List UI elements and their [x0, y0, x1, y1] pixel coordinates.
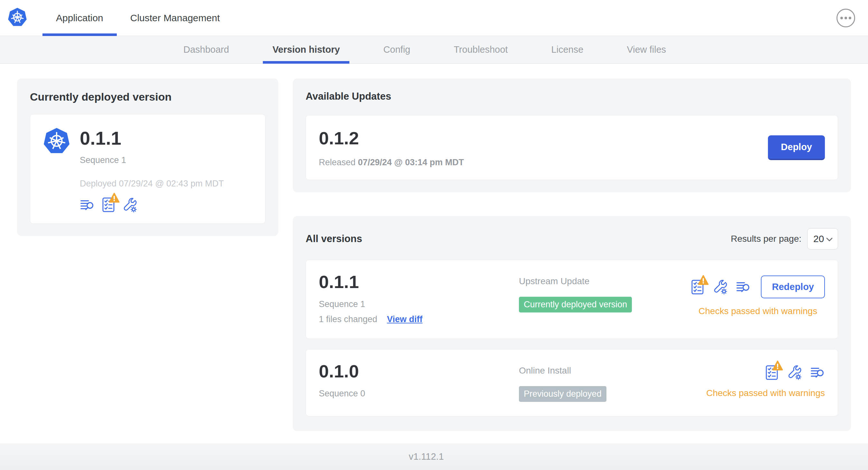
- tab-config-label: Config: [383, 44, 410, 55]
- preflight-checklist-icon[interactable]: [691, 279, 704, 295]
- current-version-number: 0.1.1: [80, 129, 224, 148]
- ellipsis-menu-icon[interactable]: [836, 9, 855, 27]
- results-per-page-select[interactable]: 20: [807, 228, 838, 249]
- checks-status-text: Checks passed with warnings: [699, 306, 817, 316]
- tab-version-history-label: Version history: [273, 44, 340, 55]
- version-row-0-1-0: 0.1.0 Sequence 0 Online Install Previous…: [306, 349, 838, 416]
- currently-deployed-badge: Currently deployed version: [519, 297, 632, 312]
- tab-license[interactable]: License: [541, 36, 593, 63]
- available-updates-title: Available Updates: [306, 91, 838, 102]
- version-row-0-1-1: 0.1.1 Sequence 1 1 files changed View di…: [306, 260, 838, 339]
- row-version-number: 0.1.0: [319, 362, 499, 380]
- warning-triangle-icon: [109, 193, 120, 203]
- current-version-deployed-date: Deployed 07/29/24 @ 02:43 pm MDT: [80, 179, 224, 189]
- header-tabs: Application Cluster Management: [42, 0, 233, 36]
- update-version-number: 0.1.2: [319, 128, 464, 148]
- currently-deployed-title: Currently deployed version: [30, 91, 266, 103]
- release-notes-icon[interactable]: [80, 198, 95, 212]
- update-released-date: Released 07/29/24 @ 03:14 pm MDT: [319, 158, 464, 167]
- warning-triangle-icon: [698, 275, 709, 285]
- results-per-page-value: 20: [813, 233, 824, 244]
- main-content: Currently deployed version: [0, 64, 868, 431]
- tab-cluster-management-label: Cluster Management: [130, 12, 220, 24]
- tab-license-label: License: [551, 44, 583, 55]
- warning-triangle-icon: [772, 360, 783, 371]
- available-updates-card: Available Updates 0.1.2 Released 07/29/2…: [293, 78, 851, 192]
- tab-troubleshoot-label: Troubleshoot: [454, 44, 508, 55]
- release-notes-icon[interactable]: [736, 280, 751, 295]
- view-diff-link[interactable]: View diff: [387, 314, 423, 324]
- results-per-page-label: Results per page:: [731, 234, 801, 244]
- tab-cluster-management[interactable]: Cluster Management: [117, 0, 233, 36]
- deploy-button[interactable]: Deploy: [768, 135, 825, 160]
- preflight-checklist-icon[interactable]: [765, 365, 779, 380]
- top-nav: Application Cluster Management: [0, 0, 868, 36]
- tab-application[interactable]: Application: [42, 0, 117, 36]
- row-sequence: Sequence 1: [319, 299, 499, 309]
- redeploy-button[interactable]: Redeploy: [761, 275, 825, 298]
- kubernetes-app-icon: [42, 127, 71, 212]
- config-wrench-icon[interactable]: [122, 198, 137, 212]
- row-sequence: Sequence 0: [319, 389, 499, 399]
- available-update-row: 0.1.2 Released 07/29/24 @ 03:14 pm MDT D…: [306, 115, 838, 180]
- row-source-label: Online Install: [519, 366, 706, 376]
- tab-application-label: Application: [56, 12, 103, 24]
- row-source-label: Upstream Update: [519, 276, 691, 287]
- all-versions-card: All versions Results per page: 20 0.1.1 …: [293, 216, 851, 431]
- checks-status-text: Checks passed with warnings: [706, 388, 825, 398]
- config-wrench-icon[interactable]: [713, 280, 727, 295]
- tab-dashboard[interactable]: Dashboard: [174, 36, 239, 63]
- tab-config[interactable]: Config: [374, 36, 420, 63]
- chevron-down-icon: [826, 233, 833, 244]
- tab-view-files-label: View files: [627, 44, 666, 55]
- kubernetes-logo: [7, 7, 28, 29]
- app-logo-wrap: [0, 0, 42, 36]
- tab-dashboard-label: Dashboard: [183, 44, 229, 55]
- tab-troubleshoot[interactable]: Troubleshoot: [444, 36, 517, 63]
- row-files-changed: 1 files changed: [319, 314, 377, 324]
- tab-version-history[interactable]: Version history: [263, 36, 350, 63]
- app-subnav: Dashboard Version history Config Trouble…: [0, 36, 868, 64]
- all-versions-title: All versions: [306, 233, 362, 245]
- tab-view-files[interactable]: View files: [617, 36, 676, 63]
- currently-deployed-card: Currently deployed version: [17, 78, 278, 236]
- current-version-sequence: Sequence 1: [80, 155, 224, 165]
- previously-deployed-badge: Previously deployed: [519, 386, 607, 402]
- config-wrench-icon[interactable]: [787, 365, 802, 380]
- row-version-number: 0.1.1: [319, 273, 499, 291]
- release-notes-icon[interactable]: [810, 365, 825, 380]
- console-version: v1.112.1: [409, 451, 444, 462]
- preflight-checklist-icon[interactable]: [102, 197, 115, 212]
- footer: v1.112.1: [0, 443, 868, 470]
- currently-deployed-version-card: 0.1.1 Sequence 1 Deployed 07/29/24 @ 02:…: [30, 114, 266, 224]
